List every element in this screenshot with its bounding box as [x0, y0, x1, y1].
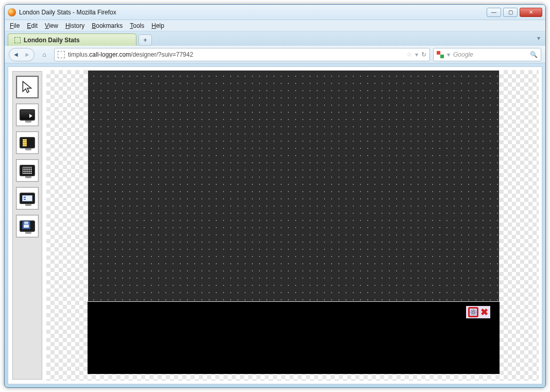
address-bar[interactable]: timplus.call-logger.com/designer/?suiv=7… [54, 48, 430, 61]
tab-label: London Daily Stats [24, 37, 80, 44]
save-tool[interactable] [16, 215, 39, 237]
bookmark-star-icon[interactable]: ☆ [406, 51, 412, 58]
panel-controls: ✖ [466, 306, 490, 318]
monitor-grid-icon [20, 165, 35, 176]
gear-icon [470, 309, 477, 316]
close-icon: ✖ [480, 307, 488, 317]
tab-london-daily-stats[interactable]: London Daily Stats [8, 33, 136, 46]
google-icon [437, 51, 444, 58]
menu-tools[interactable]: Tools [130, 22, 144, 29]
monitor-floppy-icon [20, 220, 35, 232]
nav-back-forward: ◄ ► [9, 48, 35, 61]
menu-file[interactable]: File [10, 22, 20, 29]
monitor-play-icon [20, 109, 35, 121]
reload-icon[interactable]: ↻ [421, 51, 426, 58]
home-button[interactable]: ⌂ [38, 48, 51, 61]
new-tab-button[interactable]: + [139, 35, 152, 46]
firefox-icon [8, 8, 16, 16]
window-controls: — ▢ ✕ [487, 8, 542, 17]
browser-window: London Daily Stats - Mozilla Firefox — ▢… [4, 4, 546, 388]
menu-view[interactable]: View [45, 22, 58, 29]
tabstrip: London Daily Stats + ▾ [5, 31, 545, 46]
svg-line-8 [474, 310, 475, 311]
menu-edit[interactable]: Edit [27, 22, 38, 29]
home-icon: ⌂ [42, 51, 46, 58]
url-dropdown-icon[interactable]: ▾ [415, 51, 418, 58]
svg-line-7 [471, 313, 472, 314]
forward-icon: ► [24, 51, 30, 58]
window-title: London Daily Stats - Mozilla Firefox [19, 9, 487, 16]
lower-panel[interactable]: ✖ [88, 302, 500, 374]
menu-history[interactable]: History [65, 22, 84, 29]
search-engine-dropdown-icon[interactable]: ▾ [447, 51, 450, 58]
tab-favicon-icon [14, 37, 21, 43]
url-text: timplus.call-logger.com/designer/?suiv=7… [68, 51, 403, 58]
tabs-dropdown-icon[interactable]: ▾ [537, 35, 540, 42]
close-window-button[interactable]: ✕ [520, 8, 542, 17]
monitor-ruler-icon [20, 137, 35, 148]
monitor-list-icon [20, 193, 35, 204]
cursor-icon [21, 80, 34, 94]
forward-button[interactable]: ► [22, 49, 33, 60]
svg-line-5 [471, 310, 472, 311]
site-identity-icon[interactable] [58, 51, 65, 58]
back-button[interactable]: ◄ [10, 49, 22, 60]
main-panel[interactable] [88, 70, 500, 302]
menu-bookmarks[interactable]: Bookmarks [92, 22, 123, 29]
search-icon[interactable]: 🔍 [530, 51, 538, 58]
tool-palette [12, 71, 42, 380]
panel-settings-button[interactable] [468, 307, 478, 317]
svg-line-6 [474, 313, 475, 314]
maximize-button[interactable]: ▢ [503, 8, 518, 17]
menu-help[interactable]: Help [151, 22, 164, 29]
plus-icon: + [143, 37, 147, 44]
play-panel-tool[interactable] [16, 104, 39, 126]
grid-panel-tool[interactable] [16, 159, 39, 182]
titlebar: London Daily Stats - Mozilla Firefox — ▢… [5, 5, 545, 20]
minimize-button[interactable]: — [487, 8, 501, 17]
search-placeholder: Google [453, 51, 527, 58]
list-panel-tool[interactable] [16, 187, 39, 210]
svg-point-0 [472, 311, 475, 314]
navbar: ◄ ► ⌂ timplus.call-logger.com/designer/?… [5, 46, 545, 63]
search-box[interactable]: ▾ Google 🔍 [433, 48, 541, 61]
menubar: File Edit View History Bookmarks Tools H… [5, 20, 545, 31]
panel-delete-button[interactable]: ✖ [480, 308, 488, 317]
designer-canvas[interactable]: ✖ [46, 70, 539, 381]
select-tool[interactable] [16, 76, 39, 98]
ruler-panel-tool[interactable] [16, 131, 39, 154]
page-content: ✖ [8, 66, 542, 384]
back-icon: ◄ [13, 51, 19, 58]
